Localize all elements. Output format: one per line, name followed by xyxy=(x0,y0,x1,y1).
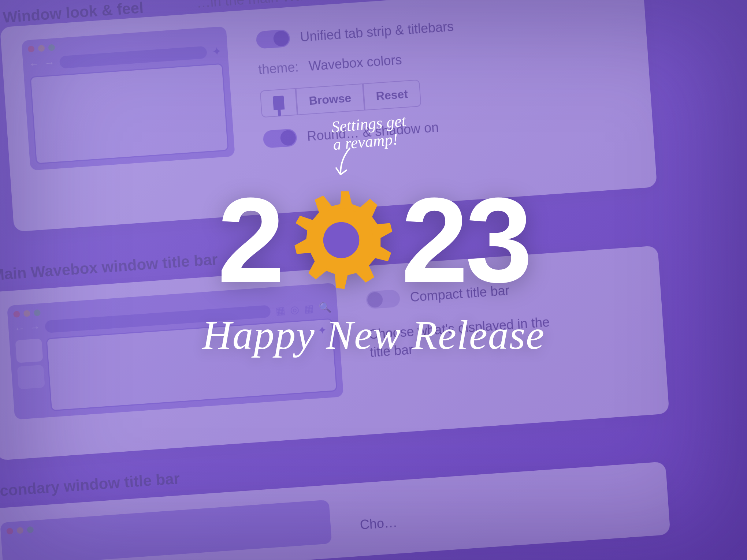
hero-overlay: Settings get a revamp! 2 2 3 Happy New R… xyxy=(0,0,747,560)
gear-icon xyxy=(288,187,394,293)
tagline: Happy New Release xyxy=(202,311,545,359)
year-2023: 2 2 3 xyxy=(218,180,530,300)
digit-3: 2 xyxy=(401,180,465,300)
hand-drawn-arrow-icon xyxy=(330,145,363,181)
digit-1: 2 xyxy=(218,180,282,300)
digit-4: 3 xyxy=(465,180,530,300)
svg-point-1 xyxy=(323,222,360,258)
